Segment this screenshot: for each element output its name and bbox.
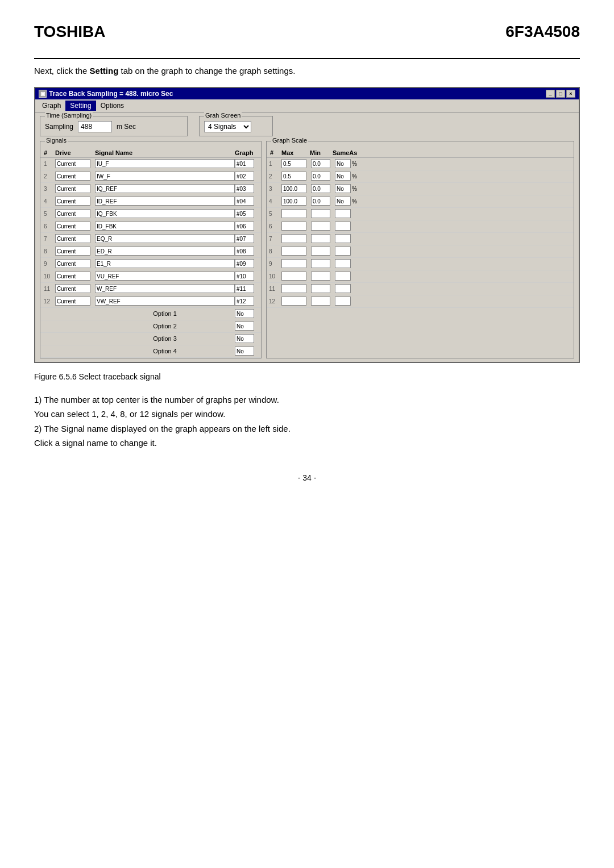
scale-sameas-input-11[interactable] — [335, 284, 351, 293]
signal-name-input-4[interactable] — [95, 197, 235, 206]
scale-max-5 — [281, 209, 311, 218]
body-line-1: 1) The number at top center is the numbe… — [34, 393, 580, 407]
signal-name-input-11[interactable] — [95, 284, 235, 293]
close-button[interactable]: × — [566, 90, 575, 98]
scale-min-input-11[interactable] — [311, 284, 330, 293]
signal-drive-input-5[interactable] — [55, 209, 90, 218]
scale-sameas-input-8[interactable] — [335, 247, 351, 256]
scale-sameas-input-1[interactable] — [335, 159, 351, 168]
scale-max-input-8[interactable] — [281, 247, 306, 256]
scale-min-input-8[interactable] — [311, 247, 330, 256]
signal-graph-input-12[interactable] — [235, 297, 254, 306]
scale-min-input-1[interactable] — [311, 159, 330, 168]
graph-screen-group: Grah Screen 1 Signal 2 Signals 4 Signals… — [199, 116, 273, 136]
option-row-3: Option 3 — [40, 333, 261, 345]
signal-drive-input-8[interactable] — [55, 247, 90, 256]
signal-graph-input-4[interactable] — [235, 197, 254, 206]
signal-graph-input-11[interactable] — [235, 284, 254, 293]
scale-min-input-9[interactable] — [311, 259, 330, 268]
scale-min-input-2[interactable] — [311, 172, 330, 181]
scale-sameas-input-12[interactable] — [335, 297, 351, 306]
scale-max-input-5[interactable] — [281, 209, 306, 218]
signal-graph-input-8[interactable] — [235, 247, 254, 256]
window-icon: ▣ — [39, 90, 47, 98]
signal-num-1: 1 — [44, 161, 55, 167]
signal-name-input-7[interactable] — [95, 234, 235, 243]
signal-drive-input-2[interactable] — [55, 172, 90, 181]
scale-min-input-6[interactable] — [311, 222, 330, 231]
scale-max-input-1[interactable] — [281, 159, 306, 168]
signal-drive-input-4[interactable] — [55, 197, 90, 206]
signal-graph-input-7[interactable] — [235, 234, 254, 243]
signal-graph-input-3[interactable] — [235, 184, 254, 193]
signal-drive-input-7[interactable] — [55, 234, 90, 243]
signal-graph-input-6[interactable] — [235, 222, 254, 231]
page-number: - 34 - — [298, 473, 317, 482]
scale-max-input-11[interactable] — [281, 284, 306, 293]
scale-sameas-input-3[interactable] — [335, 184, 351, 193]
scale-sameas-input-9[interactable] — [335, 259, 351, 268]
scale-max-4 — [281, 197, 311, 206]
option-value-input-2[interactable] — [235, 322, 254, 331]
signal-drive-input-10[interactable] — [55, 272, 90, 281]
option-value-input-4[interactable] — [235, 347, 254, 356]
scale-sameas-input-4[interactable] — [335, 197, 351, 206]
scale-max-input-9[interactable] — [281, 259, 306, 268]
signal-graph-input-5[interactable] — [235, 209, 254, 218]
signal-graph-input-10[interactable] — [235, 272, 254, 281]
maximize-button[interactable]: □ — [556, 90, 565, 98]
signal-name-input-1[interactable] — [95, 159, 235, 168]
signal-row-4: 4 — [40, 195, 261, 208]
signal-drive-input-6[interactable] — [55, 222, 90, 231]
signal-graph-input-2[interactable] — [235, 172, 254, 181]
window-controls[interactable]: _ □ × — [546, 90, 575, 98]
signal-drive-input-11[interactable] — [55, 284, 90, 293]
scale-sameas-input-7[interactable] — [335, 234, 351, 243]
intro-text-before: Next, click the — [34, 66, 90, 76]
option-value-input-1[interactable] — [235, 309, 254, 318]
scale-min-input-12[interactable] — [311, 297, 330, 306]
signals-select[interactable]: 1 Signal 2 Signals 4 Signals 8 Signals 1… — [204, 121, 251, 132]
signal-name-input-2[interactable] — [95, 172, 235, 181]
signal-row-6: 6 — [40, 220, 261, 233]
scale-min-input-7[interactable] — [311, 234, 330, 243]
signal-graph-input-9[interactable] — [235, 259, 254, 268]
signal-name-input-10[interactable] — [95, 272, 235, 281]
scale-min-input-10[interactable] — [311, 272, 330, 281]
signal-graph-input-1[interactable] — [235, 159, 254, 168]
scale-min-input-5[interactable] — [311, 209, 330, 218]
scale-max-input-3[interactable] — [281, 184, 306, 193]
signal-drive-input-3[interactable] — [55, 184, 90, 193]
scale-max-2 — [281, 172, 311, 181]
scale-max-input-12[interactable] — [281, 297, 306, 306]
scale-sameas-input-2[interactable] — [335, 172, 351, 181]
signal-name-input-3[interactable] — [95, 184, 235, 193]
menu-options[interactable]: Options — [96, 101, 128, 111]
scale-min-input-4[interactable] — [311, 197, 330, 206]
signal-name-input-8[interactable] — [95, 247, 235, 256]
scale-max-input-7[interactable] — [281, 234, 306, 243]
scale-sameas-input-6[interactable] — [335, 222, 351, 231]
signal-name-9 — [95, 259, 235, 268]
scale-max-input-10[interactable] — [281, 272, 306, 281]
time-sampling-legend: Time (Sampling) — [45, 112, 93, 119]
scale-max-input-4[interactable] — [281, 197, 306, 206]
signal-name-input-5[interactable] — [95, 209, 235, 218]
scale-min-input-3[interactable] — [311, 184, 330, 193]
signal-drive-input-9[interactable] — [55, 259, 90, 268]
scale-max-input-6[interactable] — [281, 222, 306, 231]
signal-name-input-9[interactable] — [95, 259, 235, 268]
scale-num-10: 10 — [269, 273, 281, 279]
menu-graph[interactable]: Graph — [38, 101, 65, 111]
scale-sameas-input-5[interactable] — [335, 209, 351, 218]
minimize-button[interactable]: _ — [546, 90, 555, 98]
sampling-value-input[interactable] — [78, 121, 112, 132]
signal-drive-input-1[interactable] — [55, 159, 90, 168]
scale-max-input-2[interactable] — [281, 172, 306, 181]
menu-setting[interactable]: Setting — [65, 101, 96, 111]
signal-name-input-6[interactable] — [95, 222, 235, 231]
signal-name-input-12[interactable] — [95, 297, 235, 306]
signal-drive-input-12[interactable] — [55, 297, 90, 306]
scale-sameas-input-10[interactable] — [335, 272, 351, 281]
option-value-input-3[interactable] — [235, 334, 254, 343]
